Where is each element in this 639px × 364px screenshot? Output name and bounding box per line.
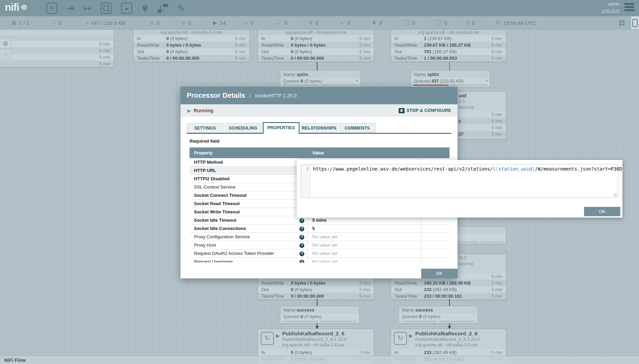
help-icon[interactable]: ? <box>299 251 304 256</box>
editor-content[interactable]: https://www.pegelonline.wsv.de/webservic… <box>313 166 622 172</box>
help-icon[interactable]: ? <box>299 243 304 248</box>
dialog-state-row: ▶ Running ⚙ STOP & CONFIGURE <box>180 104 457 117</box>
status-stopped: ■0 <box>245 16 253 29</box>
stat-row: In1 (239.67 KB)5 min <box>391 35 506 42</box>
stat-row: 5 min <box>0 47 114 54</box>
help-icon[interactable]: ? <box>299 260 304 262</box>
connection-line[interactable] <box>317 299 317 306</box>
running-icon: ▶ <box>213 20 217 26</box>
grid-toggle-icon[interactable] <box>619 20 621 22</box>
stop-configure-icon: ⚙ <box>399 108 405 113</box>
dialog-ok-button[interactable]: OK <box>421 269 457 278</box>
panel-icon <box>632 19 638 27</box>
stat-row: Out701 (185.27 KB)5 min <box>391 48 506 55</box>
locally-modified-icon: ✱ <box>372 20 377 26</box>
property-row: Socket Idle Connections?5 <box>189 224 450 233</box>
status-not-transmitting: ⊘0 <box>181 16 191 29</box>
cluster-icon: ▦ <box>11 20 16 26</box>
stat-row: Tasks/Time0 / 00:00:00.0005 min <box>258 55 374 61</box>
hand-tool-button[interactable]: ☜ <box>0 49 11 60</box>
process-group-icon[interactable] <box>101 3 112 14</box>
transmitting-icon: ◎ <box>149 20 154 26</box>
stat-row: Out0 (0 bytes)5 min <box>258 48 374 55</box>
processor-icon[interactable]: ↻ <box>46 3 57 14</box>
queue-percent-icon: ◑ <box>355 78 358 83</box>
stat-row: In0 (0 bytes)5 min <box>133 35 249 42</box>
template-icon[interactable] <box>158 4 168 13</box>
breadcrumb[interactable]: NiFi Flow <box>4 356 26 364</box>
connection-label-success-right[interactable]: Namesuccess Queued0 (0 bytes) <box>399 306 478 323</box>
property-row: Proxy Host?No value set <box>189 241 450 249</box>
tab-comments[interactable]: COMMENTS <box>339 123 376 133</box>
el-close: } <box>532 166 535 172</box>
refresh-icon[interactable]: ↻ <box>496 20 500 26</box>
status-disabled: ↯0 <box>308 16 318 29</box>
app-header: nifi ↻ ⇥ ↦ ☁ ⋔ ✎ admin LOG OUT <box>0 0 639 16</box>
output-port-icon: ↦ <box>84 1 91 15</box>
properties-table-header: Property Value <box>189 147 450 158</box>
queued-icon: ≡ <box>85 20 89 26</box>
stat-row: Read/Write239.67 KB / 185.27 KB5 min <box>391 42 506 48</box>
connection-label-success-left[interactable]: Namesuccess Queued0 (0 bytes) <box>280 306 359 323</box>
status-locally-modified: ✱0 <box>372 16 382 29</box>
panel-toggle-button[interactable] <box>631 16 639 29</box>
help-icon[interactable]: ? <box>299 227 304 231</box>
navigate-palette-button[interactable]: ◎ <box>0 38 11 48</box>
status-up-to-date: ✔0 <box>340 16 350 29</box>
stop-and-configure-button[interactable]: ⚙ STOP & CONFIGURE <box>399 104 451 117</box>
property-row: Request OAuth2 Access Token Provider?No … <box>189 249 450 258</box>
connection-label-splits-left[interactable]: Namesplits Queued0 (0 bytes) ◑ <box>280 70 360 87</box>
help-icon[interactable]: ? <box>299 235 304 240</box>
connection-line[interactable] <box>317 62 317 70</box>
status-queued: ≡447 / 118.5 KB <box>85 16 125 29</box>
connection-label-clipped[interactable] <box>456 227 506 244</box>
dialog-tabs: SETTINGS SCHEDULING PROPERTIES RELATIONS… <box>187 122 451 134</box>
connection-label-splits-right[interactable]: Namesplits Queued437 (115.91 KB) ◑ <box>411 70 490 87</box>
el-variable: station_uuid <box>498 166 532 172</box>
run-status: ▶ Running <box>187 104 213 117</box>
status-threads: ⠿0 <box>52 16 62 29</box>
threads-icon: ⠿ <box>52 20 56 26</box>
dialog-component-name: InvokeHTTP 1.25.0 <box>255 93 296 98</box>
tab-properties[interactable]: PROPERTIES <box>263 122 299 134</box>
processor-clipped-right[interactable]: uid 5.0 dard-nar 5 min s5 min 5 min 375 … <box>456 92 506 139</box>
input-port-icon[interactable]: ⇥ <box>67 1 74 15</box>
editor-gutter: 1 <box>301 164 311 198</box>
required-field-note: Required field <box>189 138 220 144</box>
logout-link[interactable]: LOG OUT <box>602 9 620 13</box>
label-icon[interactable]: ✎ <box>177 1 185 15</box>
processor-bundle: org.apache.nifi - nifi-kafka-2-6-nar <box>133 30 249 35</box>
tab-settings[interactable]: SETTINGS <box>187 123 223 133</box>
processor-bundle: org.apache.nifi - nifi-standard-nar <box>391 30 506 35</box>
question-icon: ? <box>466 20 469 26</box>
disabled-icon: ↯ <box>308 20 313 26</box>
nifi-logo: nifi <box>5 1 27 13</box>
stale-icon: ↑ <box>404 20 410 26</box>
el-open: ${ <box>493 166 498 172</box>
status-transmitting: ◎0 <box>149 16 159 29</box>
help-icon[interactable]: ? <box>299 218 304 223</box>
status-running: ▶14 <box>213 16 225 29</box>
stat-row: Read/Write0 bytes / 0 bytes5 min <box>258 42 374 48</box>
remote-process-group-icon[interactable]: ☁ <box>121 3 132 14</box>
line-number: 1 <box>306 166 309 171</box>
current-user: admin <box>602 2 620 7</box>
processor-icon: ↻ <box>394 332 407 345</box>
tab-relationships[interactable]: RELATIONSHIPS <box>301 123 337 133</box>
global-menu-icon[interactable] <box>624 3 634 12</box>
funnel-icon[interactable]: ⋔ <box>141 3 148 13</box>
status-unversioned: ?0 <box>466 16 475 29</box>
connection-line[interactable] <box>449 299 450 306</box>
dialog-header: Processor Details | InvokeHTTP 1.25.0 <box>180 87 457 104</box>
stat-row: Read/Write0 bytes / 0 bytes5 min <box>133 42 249 48</box>
value-editor[interactable]: 1 https://www.pegelonline.wsv.de/webserv… <box>301 164 618 198</box>
popup-ok-button[interactable]: OK <box>584 207 620 216</box>
tab-scheduling[interactable]: SCHEDULING <box>225 123 261 133</box>
queue-percent-icon: ◑ <box>485 78 488 83</box>
status-invalid: ▲0 <box>277 16 287 29</box>
droplet-icon <box>20 3 28 11</box>
connection-line-alert[interactable] <box>449 62 450 70</box>
resize-handle-icon[interactable] <box>613 193 617 197</box>
stat-row: Out0 (0 bytes)5 min <box>133 48 249 55</box>
processor-icon: ↻ <box>261 332 274 345</box>
